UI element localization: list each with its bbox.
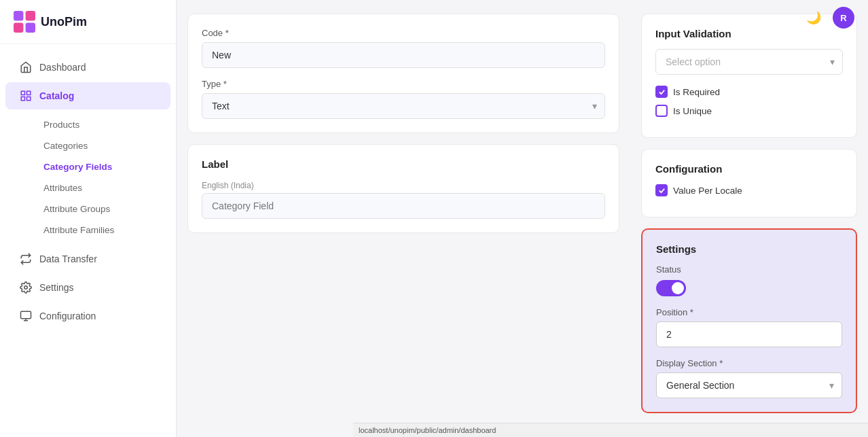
english-india-label: English (India)	[202, 181, 605, 190]
label-input[interactable]	[202, 193, 605, 219]
sub-nav: Products Categories Category Fields Attr…	[0, 111, 176, 244]
sidebar-item-attribute-groups[interactable]: Attribute Groups	[35, 199, 170, 219]
sidebar-item-catalog-label: Catalog	[39, 90, 74, 101]
value-per-locale-label: Value Per Locale	[673, 186, 742, 196]
main: 🌙 R Code * Type * Text Textarea Number	[177, 0, 868, 437]
is-required-checkbox[interactable]	[655, 86, 668, 98]
svg-rect-4	[21, 91, 24, 94]
sidebar-item-configuration-label: Configuration	[39, 311, 96, 321]
logo-icon	[14, 11, 35, 33]
type-label: Type *	[202, 79, 605, 89]
status-group: Status	[656, 264, 842, 296]
sidebar-item-settings[interactable]: Settings	[5, 274, 170, 301]
svg-rect-2	[14, 23, 23, 33]
settings-card: Settings Status Position * Display Secti…	[641, 228, 857, 413]
display-section-select[interactable]: General Section Custom Section	[656, 372, 842, 398]
svg-point-8	[24, 286, 28, 290]
checkmark-icon	[658, 88, 666, 96]
display-section-group: Display Section * General Section Custom…	[656, 358, 842, 398]
sidebar-item-categories[interactable]: Categories	[35, 136, 170, 156]
sidebar-item-configuration[interactable]: Configuration	[5, 302, 170, 330]
content-area: Code * Type * Text Textarea Number Boole…	[177, 0, 868, 437]
sidebar-nav: Dashboard Catalog Products Categories Ca…	[0, 44, 176, 437]
display-section-label: Display Section *	[656, 358, 842, 368]
sidebar-item-category-fields[interactable]: Category Fields	[35, 157, 170, 177]
topbar: 🌙 R	[353, 0, 868, 35]
sidebar-item-category-fields-label: Category Fields	[43, 162, 112, 172]
url-text: localhost/unopim/public/admin/dashboard	[359, 426, 496, 434]
position-group: Position *	[656, 307, 842, 347]
label-card-title: Label	[202, 158, 605, 170]
display-section-select-wrapper: General Section Custom Section	[656, 372, 842, 398]
sidebar-item-products-label: Products	[43, 120, 79, 130]
config-icon	[19, 309, 33, 323]
position-label: Position *	[656, 307, 842, 317]
configuration-card: Configuration Value Per Locale	[641, 149, 857, 217]
sidebar-item-dashboard-label: Dashboard	[39, 62, 86, 73]
logo: UnoPim	[0, 0, 176, 44]
position-input[interactable]	[656, 321, 842, 347]
validation-select[interactable]: Select option Required Unique Numeric Em…	[655, 49, 843, 75]
sidebar-item-attribute-groups-label: Attribute Groups	[43, 204, 110, 214]
status-toggle[interactable]	[656, 280, 686, 296]
right-panel: Input Validation Select option Required …	[630, 7, 868, 437]
is-unique-row[interactable]: Is Unique	[655, 105, 843, 117]
settings-icon	[19, 281, 33, 294]
sidebar-item-data-transfer[interactable]: Data Transfer	[5, 245, 170, 273]
is-required-row[interactable]: Is Required	[655, 86, 843, 98]
sidebar-item-attribute-families[interactable]: Attribute Families	[35, 220, 170, 240]
sidebar-item-categories-label: Categories	[43, 141, 88, 151]
svg-rect-7	[21, 97, 24, 101]
svg-rect-1	[26, 11, 35, 20]
sidebar-item-data-transfer-label: Data Transfer	[39, 254, 97, 264]
svg-rect-6	[27, 97, 31, 101]
label-english-group: English (India)	[202, 181, 605, 219]
sidebar-item-products[interactable]: Products	[35, 115, 170, 135]
checkmark-icon-2	[658, 187, 666, 194]
validation-select-wrapper: Select option Required Unique Numeric Em…	[655, 49, 843, 75]
svg-rect-0	[14, 11, 23, 20]
transfer-icon	[19, 252, 33, 266]
moon-icon[interactable]: 🌙	[803, 7, 825, 29]
is-unique-checkbox[interactable]	[655, 105, 668, 117]
configuration-title: Configuration	[655, 163, 843, 175]
url-bar: localhost/unopim/public/admin/dashboard	[353, 423, 868, 437]
sidebar-item-attributes-label: Attributes	[43, 183, 82, 193]
svg-rect-3	[26, 23, 35, 33]
type-group: Type * Text Textarea Number Boolean Sele…	[202, 79, 605, 119]
toggle-thumb	[672, 282, 684, 294]
type-select[interactable]: Text Textarea Number Boolean Select	[202, 93, 605, 119]
left-panel: Code * Type * Text Textarea Number Boole…	[177, 7, 630, 437]
code-input[interactable]	[202, 42, 605, 68]
settings-title: Settings	[656, 243, 842, 255]
label-card: Label English (India)	[187, 144, 619, 233]
logo-text: UnoPim	[41, 15, 87, 29]
svg-rect-9	[21, 311, 31, 319]
catalog-icon	[19, 89, 33, 103]
value-per-locale-row[interactable]: Value Per Locale	[655, 184, 843, 196]
sidebar-item-catalog[interactable]: Catalog	[5, 82, 170, 109]
avatar[interactable]: R	[833, 7, 854, 29]
value-per-locale-checkbox[interactable]	[655, 184, 668, 196]
home-icon	[19, 60, 33, 74]
is-unique-label: Is Unique	[673, 106, 712, 116]
status-label: Status	[656, 264, 842, 275]
sidebar-item-attributes[interactable]: Attributes	[35, 178, 170, 198]
sidebar-item-dashboard[interactable]: Dashboard	[5, 54, 170, 81]
sidebar: UnoPim Dashboard Catalog Products Catego…	[0, 0, 177, 437]
type-select-wrapper: Text Textarea Number Boolean Select	[202, 93, 605, 119]
is-required-label: Is Required	[673, 87, 720, 97]
sidebar-item-settings-label: Settings	[39, 282, 74, 293]
svg-rect-5	[27, 91, 31, 94]
sidebar-item-attribute-families-label: Attribute Families	[43, 225, 114, 235]
